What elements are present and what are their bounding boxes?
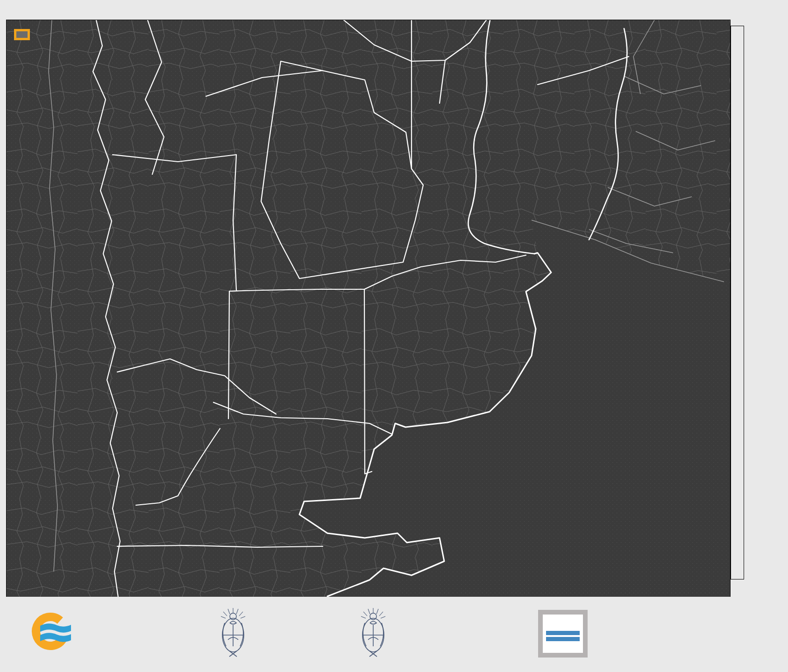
inta-logo [538, 610, 588, 658]
radar-map [6, 20, 731, 598]
map-canvas [7, 20, 730, 597]
colorbar-gradient [731, 26, 744, 579]
radar-mosaic-figure [0, 0, 788, 672]
inta-bar-bottom [546, 637, 580, 641]
inta-bar-top [546, 631, 580, 635]
economia-logo [359, 605, 394, 660]
colorbar [731, 26, 744, 579]
coat-of-arms-icon [359, 605, 388, 660]
warning-badge [14, 29, 30, 40]
inta-logo-inner [543, 615, 583, 653]
colorbar-ticks [744, 26, 788, 579]
smn-logo-icon [30, 609, 75, 654]
smn-logo [30, 609, 81, 654]
coat-of-arms-icon [219, 605, 248, 660]
defensa-logo [219, 605, 254, 660]
footer [0, 597, 788, 672]
